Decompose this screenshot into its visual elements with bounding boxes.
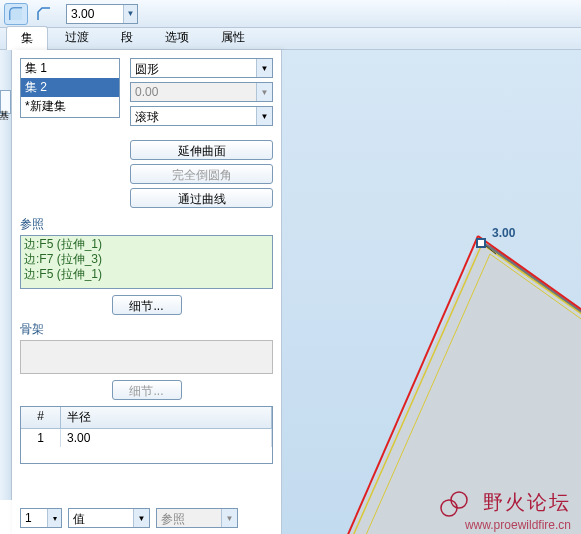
extend-surface-button[interactable]: 延伸曲面 xyxy=(130,140,273,160)
grid-header: # 半径 xyxy=(21,407,272,429)
top-toolbar: ▼ xyxy=(0,0,581,28)
list-item[interactable]: *新建集 xyxy=(21,97,119,116)
full-round-button: 完全倒圆角 xyxy=(130,164,273,184)
count-spinner[interactable]: 1 ▾ xyxy=(20,508,62,528)
frame-detail-button: 细节... xyxy=(112,380,182,400)
mode-value: 值 xyxy=(69,509,133,527)
drag-handle[interactable] xyxy=(476,238,486,248)
bottom-controls: 1 ▾ 值 ▼ 参照 ▼ xyxy=(20,508,273,528)
chevron-down-icon: ▼ xyxy=(256,83,272,101)
through-curve-button[interactable]: 通过曲线 xyxy=(130,188,273,208)
chamfer-tool-icon[interactable] xyxy=(32,3,56,25)
model-geometry xyxy=(310,198,581,534)
col-num: # xyxy=(21,407,61,428)
ball-value: 滚球 xyxy=(131,107,256,125)
dimension-label[interactable]: 3.00 xyxy=(492,226,515,240)
chevron-down-icon: ▼ xyxy=(221,509,237,527)
set-listbox[interactable]: 集 1 集 2 *新建集 xyxy=(20,58,120,118)
dropdown-arrow-icon[interactable]: ▼ xyxy=(123,5,137,23)
table-row[interactable]: 1 3.00 xyxy=(21,429,272,447)
left-dock-tab[interactable]: 基 xyxy=(0,90,11,114)
col-radius: 半径 xyxy=(61,407,272,428)
frame-listbox xyxy=(20,340,273,374)
watermark-icon xyxy=(437,488,471,518)
round-panel: 集 1 集 2 *新建集 圆形 ▼ 0.00 ▼ 滚球 ▼ 延伸曲面 xyxy=(12,50,282,534)
radius-input[interactable] xyxy=(67,5,123,23)
shape-value: 圆形 xyxy=(131,59,256,77)
tab-bar: 集 过渡 段 选项 属性 xyxy=(0,28,581,50)
tab-option[interactable]: 选项 xyxy=(150,25,204,49)
ref-combo: 参照 ▼ xyxy=(156,508,238,528)
ref-value: 参照 xyxy=(157,509,221,527)
radius-spinner[interactable]: ▼ xyxy=(66,4,138,24)
cell-num: 1 xyxy=(21,429,61,447)
tab-transition[interactable]: 过渡 xyxy=(50,25,104,49)
ref-item[interactable]: 边:F5 (拉伸_1) xyxy=(24,267,269,282)
chevron-down-icon[interactable]: ▼ xyxy=(256,59,272,77)
list-item[interactable]: 集 1 xyxy=(21,59,119,78)
round-tool-icon[interactable] xyxy=(4,3,28,25)
refs-detail-button[interactable]: 细节... xyxy=(112,295,182,315)
refs-label: 参照 xyxy=(20,216,273,233)
ball-combo[interactable]: 滚球 ▼ xyxy=(130,106,273,126)
list-item[interactable]: 集 2 xyxy=(21,78,119,97)
ref-item[interactable]: 边:F5 (拉伸_1) xyxy=(24,237,269,252)
value-field: 0.00 xyxy=(131,83,256,101)
ref-item[interactable]: 边:F7 (拉伸_3) xyxy=(24,252,269,267)
chevron-down-icon[interactable]: ▼ xyxy=(256,107,272,125)
watermark-url: www.proewildfire.cn xyxy=(465,518,571,532)
tab-segment[interactable]: 段 xyxy=(106,25,148,49)
svg-point-10 xyxy=(451,492,467,508)
shape-combo[interactable]: 圆形 ▼ xyxy=(130,58,273,78)
tab-set[interactable]: 集 xyxy=(6,26,48,50)
count-value: 1 xyxy=(21,509,47,527)
cell-val[interactable]: 3.00 xyxy=(61,429,272,447)
refs-listbox[interactable]: 边:F5 (拉伸_1) 边:F7 (拉伸_3) 边:F5 (拉伸_1) xyxy=(20,235,273,289)
svg-point-9 xyxy=(441,500,457,516)
radius-grid[interactable]: # 半径 1 3.00 xyxy=(20,406,273,464)
3d-viewport[interactable]: 3.00 野火论坛 www.proewildfire.cn xyxy=(282,50,581,534)
left-dock: 基 xyxy=(0,50,12,500)
tab-property[interactable]: 属性 xyxy=(206,25,260,49)
stepper-icon[interactable]: ▾ xyxy=(47,509,61,527)
chevron-down-icon[interactable]: ▼ xyxy=(133,509,149,527)
watermark-text: 野火论坛 xyxy=(483,489,571,516)
value-combo: 0.00 ▼ xyxy=(130,82,273,102)
mode-combo[interactable]: 值 ▼ xyxy=(68,508,150,528)
frame-label: 骨架 xyxy=(20,321,273,338)
